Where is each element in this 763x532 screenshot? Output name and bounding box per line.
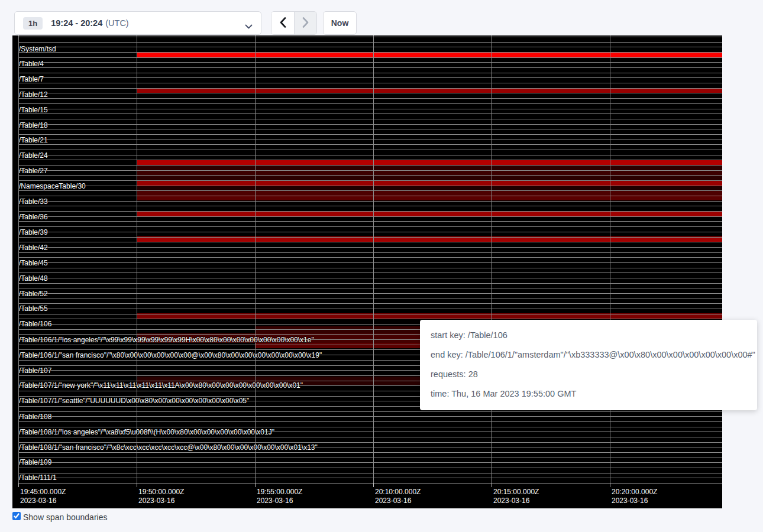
time-range-selector[interactable]: 1h 19:24 - 20:24 (UTC) — [14, 11, 261, 35]
row-label: /Table/106 — [19, 320, 51, 327]
time-range-text: 19:24 - 20:24 — [51, 18, 102, 28]
row-label: /Table/4 — [19, 60, 44, 67]
span-boundary-line — [18, 242, 722, 242]
span-boundary-line — [18, 283, 722, 284]
show-span-boundaries-label: Show span boundaries — [23, 512, 107, 522]
row-label: /Table/45 — [19, 259, 48, 267]
axis-tick — [373, 483, 374, 487]
row-label: /Table/106/1/"san francisco"/"\x80\x00\x… — [19, 352, 322, 359]
span-band[interactable] — [137, 170, 722, 175]
time-gridline — [610, 35, 610, 485]
tooltip-time: time: Thu, 16 Mar 2023 19:55:00 GMT — [431, 384, 746, 404]
time-range-preset-badge: 1h — [23, 17, 43, 30]
span-boundary-line — [18, 37, 722, 37]
span-boundary-line — [18, 155, 722, 155]
span-boundary-line — [18, 232, 722, 232]
row-label: /Table/107 — [19, 367, 51, 374]
span-boundary-line — [18, 140, 722, 140]
row-label: /Table/107/1/"seattle"/"UUUUUUD\x00\x80\… — [19, 397, 249, 404]
span-boundary-line — [18, 462, 722, 463]
span-boundary-line — [18, 416, 722, 417]
axis-time: 19:55:00.000Z — [257, 488, 302, 497]
span-boundary-line — [18, 196, 722, 196]
axis-tick — [255, 483, 256, 487]
span-boundary-line — [18, 478, 722, 478]
axis-label: 19:55:00.000Z2023-03-16 — [257, 488, 302, 505]
row-label: /Table/24 — [19, 152, 48, 159]
row-label: /Table/108/1/"los angeles"/"\xa8\xf5\u00… — [19, 429, 274, 436]
span-boundary-line — [18, 186, 722, 186]
span-boundary-line — [18, 124, 722, 125]
span-boundary-line — [18, 47, 722, 47]
row-label: /Table/107/1/"new york"/"\x11\x11\x11\x1… — [19, 382, 303, 389]
span-boundary-line — [18, 62, 722, 63]
span-band[interactable] — [137, 180, 722, 186]
tooltip-end-key: end key: /Table/106/1/"amsterdam"/"\xb33… — [431, 345, 746, 365]
row-label: /System/tsd — [19, 46, 56, 53]
span-boundary-line — [18, 206, 722, 206]
span-boundary-line — [18, 103, 722, 104]
axis-time: 20:15:00.000Z — [493, 488, 539, 497]
span-boundary-line — [18, 473, 722, 473]
axis-time: 20:20:00.000Z — [612, 488, 657, 497]
axis-time: 19:50:00.000Z — [138, 488, 184, 497]
chevron-left-icon — [280, 17, 286, 30]
axis-date: 2023-03-16 — [493, 497, 539, 505]
next-time-button[interactable] — [294, 12, 316, 34]
span-band[interactable] — [137, 52, 722, 57]
span-boundary-line — [18, 170, 722, 171]
row-label: /Table/55 — [19, 305, 48, 312]
span-boundary-line — [18, 98, 722, 99]
span-boundary-line — [18, 150, 722, 150]
span-band[interactable] — [137, 186, 722, 190]
span-boundary-line — [18, 73, 722, 73]
span-boundary-line — [18, 77, 722, 78]
time-gridline — [492, 35, 492, 485]
span-boundary-line — [18, 144, 722, 145]
page: { "toolbar": { "preset": "1h", "range": … — [0, 0, 763, 532]
span-boundary-line — [18, 67, 722, 68]
span-boundary-line — [18, 165, 722, 166]
heatmap-canvas[interactable]: /System/tsd/Table/4/Table/7/Table/12/Tab… — [12, 35, 722, 508]
time-nav-group — [271, 11, 317, 35]
tooltip-requests: requests: 28 — [431, 365, 746, 384]
row-label: /Table/27 — [19, 167, 48, 174]
row-label: /Table/15 — [19, 106, 48, 113]
row-label: /Table/106/1/"los angeles"/"\x99\x99\x99… — [19, 336, 314, 343]
axis-tick — [492, 483, 492, 487]
span-boundary-line — [18, 52, 722, 53]
axis-tick — [18, 483, 19, 487]
row-label: /Table/18 — [19, 122, 48, 129]
span-boundary-line — [18, 113, 722, 114]
prev-time-button[interactable] — [271, 12, 294, 34]
span-boundary-line — [18, 309, 722, 309]
time-gridline — [373, 35, 374, 485]
row-label: /Table/48 — [19, 275, 48, 282]
span-boundary-line — [18, 83, 722, 83]
show-span-boundaries-control[interactable] — [12, 512, 23, 523]
span-boundary-line — [18, 437, 722, 437]
span-band[interactable] — [137, 165, 722, 170]
span-boundary-line — [18, 483, 722, 484]
axis-date: 2023-03-16 — [375, 497, 421, 505]
span-boundary-line — [18, 427, 722, 427]
time-gridline — [255, 35, 256, 485]
axis-date: 2023-03-16 — [138, 497, 184, 505]
span-boundary-line — [18, 109, 722, 109]
span-boundary-line — [18, 216, 722, 217]
span-boundary-line — [18, 119, 722, 119]
span-boundary-line — [18, 93, 722, 93]
axis-tick — [137, 483, 137, 487]
span-band[interactable] — [137, 160, 722, 165]
row-label: /Table/42 — [19, 244, 48, 251]
axis-label: 19:45:00.000Z2023-03-16 — [20, 488, 66, 505]
axis-time: 19:45:00.000Z — [20, 488, 66, 497]
now-button[interactable]: Now — [323, 11, 357, 35]
axis-date: 2023-03-16 — [612, 497, 657, 505]
show-span-boundaries-checkbox[interactable] — [12, 512, 21, 520]
span-boundary-line — [18, 221, 722, 222]
axis-tick — [610, 483, 610, 487]
axis-label: 20:20:00.000Z2023-03-16 — [612, 488, 657, 505]
row-label: /Table/12 — [19, 91, 48, 98]
span-boundary-line — [18, 299, 722, 299]
